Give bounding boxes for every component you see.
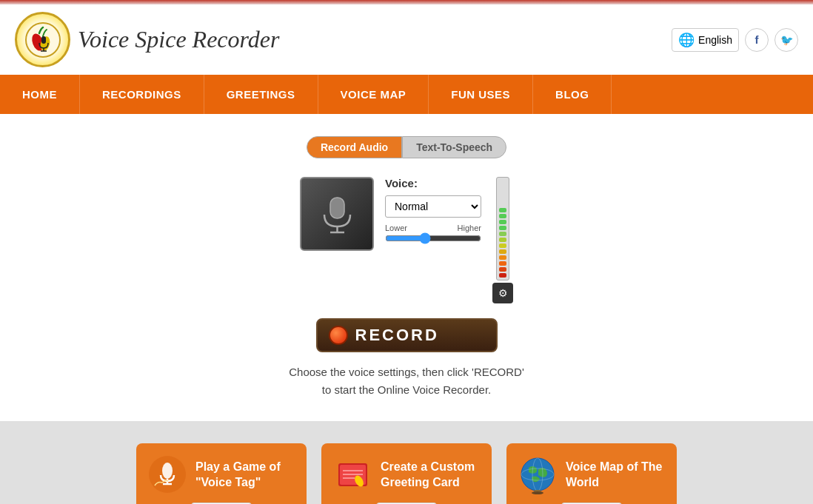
bottom-section: Play a Game of "Voice Tag" More Create a… — [0, 421, 813, 504]
facebook-icon: f — [755, 33, 759, 46]
card-top-3: Voice Map of The World — [518, 454, 666, 495]
card-top-1: Play a Game of "Voice Tag" — [147, 454, 295, 495]
level-bar-1 — [499, 208, 506, 212]
instruction-line1: Choose the voice settings, then click 'R… — [289, 363, 524, 381]
pitch-higher-label: Higher — [458, 224, 481, 232]
bottom-card-voice-tag: Play a Game of "Voice Tag" More — [136, 443, 307, 504]
recorder-container: Voice: Normal Robot Giant Chipmunk Deep … — [289, 177, 524, 399]
instructions: Choose the voice settings, then click 'R… — [289, 363, 524, 399]
nav-greetings[interactable]: GREETINGS — [204, 75, 318, 114]
globe-icon: 🌐 — [678, 32, 695, 48]
nav-fun-uses[interactable]: FUN USES — [429, 75, 533, 114]
main-content: Record Audio Text-To-Speech Voice: Norma… — [0, 114, 813, 421]
svg-rect-3 — [41, 36, 46, 44]
instruction-line2: to start the Online Voice Recorder. — [289, 381, 524, 399]
level-bar-5 — [499, 232, 506, 236]
card-icon-voice-tag — [147, 454, 188, 495]
pitch-slider[interactable] — [385, 232, 481, 244]
facebook-button[interactable]: f — [745, 28, 769, 52]
main-nav: HOME RECORDINGS GREETINGS VOICE MAP FUN … — [0, 75, 813, 114]
record-row: RECORD — [316, 318, 498, 352]
settings-button[interactable]: ⚙ — [492, 283, 513, 303]
level-meter-bars — [497, 206, 509, 280]
level-bar-12 — [499, 273, 506, 278]
nav-home[interactable]: HOME — [0, 75, 80, 114]
nav-blog[interactable]: BLOG — [533, 75, 612, 114]
nav-recordings[interactable]: RECORDINGS — [80, 75, 204, 114]
svg-point-10 — [162, 463, 173, 479]
level-bar-2 — [499, 214, 506, 218]
level-bar-4 — [499, 226, 506, 230]
card-icon-globe — [518, 454, 558, 495]
voice-controls: Voice: Normal Robot Giant Chipmunk Deep … — [385, 177, 481, 244]
app-title: Voice Spice Recorder — [78, 26, 279, 53]
pitch-row: Lower Higher — [385, 224, 481, 244]
card-icon-greeting — [332, 454, 373, 495]
card-title-2: Create a Custom Greeting Card — [381, 460, 481, 491]
tab-area: Record Audio Text-To-Speech — [307, 136, 506, 158]
voice-select[interactable]: Normal Robot Giant Chipmunk Deep Voice — [385, 195, 481, 218]
card-top-2: Create a Custom Greeting Card — [332, 454, 481, 495]
level-bar-7 — [499, 243, 506, 248]
record-dot-icon — [329, 326, 348, 345]
mic-display — [300, 177, 374, 251]
svg-point-24 — [532, 491, 543, 494]
svg-rect-6 — [330, 198, 344, 218]
twitter-icon: 🐦 — [780, 34, 793, 46]
record-button-label: RECORD — [355, 326, 439, 345]
nav-voice-map[interactable]: VOICE MAP — [318, 75, 429, 114]
level-bar-3 — [499, 220, 506, 224]
twitter-button[interactable]: 🐦 — [774, 28, 798, 52]
bottom-card-voice-map: Voice Map of The World More — [506, 443, 677, 504]
level-bar-9 — [499, 255, 506, 260]
tab-record-audio[interactable]: Record Audio — [307, 136, 402, 158]
recorder-area: Voice: Normal Robot Giant Chipmunk Deep … — [300, 177, 513, 303]
bottom-card-greeting: Create a Custom Greeting Card More — [321, 443, 492, 504]
header-right: 🌐 English f 🐦 — [672, 28, 798, 52]
settings-icon: ⚙ — [498, 287, 508, 299]
pitch-lower-label: Lower — [385, 224, 407, 232]
level-bar-6 — [499, 238, 506, 242]
header: Voice Spice Recorder 🌐 English f 🐦 — [0, 4, 813, 75]
logo-area: Voice Spice Recorder — [15, 12, 279, 67]
language-label: English — [698, 34, 732, 46]
card-title-3: Voice Map of The World — [566, 460, 666, 491]
level-meter — [496, 177, 509, 280]
level-bar-11 — [499, 267, 506, 272]
record-button[interactable]: RECORD — [316, 318, 498, 352]
tab-text-to-speech[interactable]: Text-To-Speech — [402, 136, 506, 158]
pitch-labels: Lower Higher — [385, 224, 481, 232]
voice-label: Voice: — [385, 177, 481, 189]
logo-icon — [15, 12, 70, 67]
level-bar-10 — [499, 261, 506, 266]
card-title-1: Play a Game of "Voice Tag" — [195, 460, 295, 491]
meter-column: ⚙ — [492, 177, 513, 303]
language-button[interactable]: 🌐 English — [672, 28, 739, 52]
level-bar-8 — [499, 249, 506, 254]
